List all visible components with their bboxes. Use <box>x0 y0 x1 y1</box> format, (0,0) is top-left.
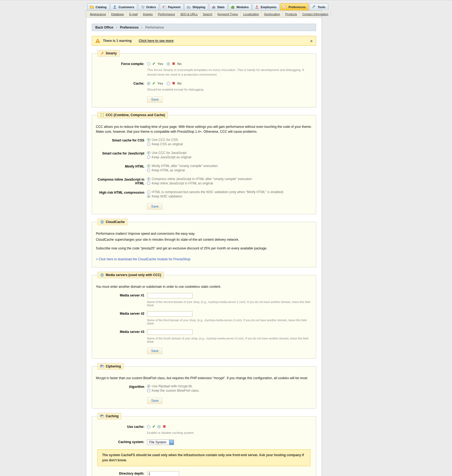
keep-html-label[interactable]: Keep HTML as original <box>152 168 185 172</box>
compress-inline-js-radio[interactable] <box>147 177 150 181</box>
rijndael-radio[interactable] <box>147 385 150 388</box>
media-server-2-row: Media server #2 Name of the third domain… <box>95 311 313 325</box>
media-server-2-input[interactable] <box>147 311 193 317</box>
subnav-item-products[interactable]: Products <box>283 11 300 17</box>
caching-system-value: File System <box>147 440 169 445</box>
smarty-cache-yes-radio[interactable] <box>147 82 150 85</box>
ccc-row-minify-label: Minify HTML <box>95 164 144 173</box>
css-use-ccc-label[interactable]: Use CCC for CSS. <box>152 138 179 142</box>
use-cache-hint: Enable or disable caching system <box>147 431 313 435</box>
keep-inline-js-label[interactable]: Keep inline JavaScript in HTML as origin… <box>152 181 213 185</box>
js-use-ccc-label[interactable]: Use CCC for JavaScript. <box>152 151 187 155</box>
ciphering-save-button[interactable]: Save <box>147 397 163 404</box>
wrench-icon <box>100 51 104 55</box>
keep-w3c-radio[interactable] <box>147 195 150 198</box>
subnav-item-search[interactable]: Search <box>200 11 215 17</box>
subnav-item-performance[interactable]: Performance <box>155 11 178 17</box>
cloudcache-section-title: CloudCache <box>97 219 127 225</box>
subnav-item-localization[interactable]: Localization <box>241 11 262 17</box>
cloudcache-line-1: Performance matters! Improve speed and c… <box>96 231 313 236</box>
media-servers-intro: You must enter another domain or subdoma… <box>96 284 313 289</box>
tab-tools[interactable]: Tools <box>309 3 328 10</box>
force-compile-yes-label[interactable]: Yes <box>157 62 163 66</box>
blowfish-radio[interactable] <box>147 389 150 392</box>
media-server-1-input[interactable] <box>147 293 193 298</box>
algorithm-label: Algorithm <box>95 384 144 393</box>
minify-html-radio[interactable] <box>147 164 150 168</box>
smarty-save-button[interactable]: Save <box>147 96 163 103</box>
rijndael-label[interactable]: Use Rijndael with mcrypt lib. <box>152 384 193 388</box>
subnav-item-keyword-typos[interactable]: Keyword Typos <box>215 11 241 17</box>
warning-message: There is 1 warning <box>103 39 132 43</box>
js-keep-original-label[interactable]: Keep JavaScript as original <box>152 155 191 159</box>
compress-inline-js-label[interactable]: Compress inline JavaScript in HTML after… <box>152 177 252 181</box>
warning-bar: There is 1 warning Click here to see mor… <box>92 36 316 46</box>
tab-label: Payment <box>168 5 181 9</box>
css-use-ccc-radio[interactable] <box>147 138 150 141</box>
tab-employees[interactable]: Employees <box>252 3 279 10</box>
tab-shipping[interactable]: Shipping <box>184 3 208 10</box>
media-server-1-row: Media server #1 Name of the second domai… <box>95 293 313 307</box>
ccc-section: CCC (Combine, Compress and Cache) CCC al… <box>92 112 316 214</box>
subnav-item-database[interactable]: Database <box>109 11 127 17</box>
media-servers-save-button[interactable]: Save <box>147 348 163 354</box>
smarty-cache-yes-label[interactable]: Yes <box>157 82 163 85</box>
breadcrumb-performance: Performance <box>145 26 164 29</box>
ccc-save-button[interactable]: Save <box>147 203 163 210</box>
subnav-item-images[interactable]: Images <box>141 11 155 17</box>
media-server-3-label: Media server #3 <box>95 329 144 343</box>
subnav-item-seo-urls[interactable]: SEO & URLs <box>178 11 200 17</box>
subnav-item-geolocation[interactable]: Geolocation <box>262 11 283 17</box>
tab-label: Catalog <box>96 5 106 9</box>
subnav-item-contact-information[interactable]: Contact Information <box>300 11 331 17</box>
media-server-3-input[interactable] <box>147 329 193 335</box>
warning-see-more-link[interactable]: Click here to see more <box>139 39 173 43</box>
close-icon[interactable]: × <box>310 39 313 43</box>
tab-catalog[interactable]: Catalog <box>87 3 109 10</box>
cloudcache-download-link[interactable]: > Click here to download the CloudCache … <box>96 257 190 261</box>
caching-system-row: Caching system: File System ▼ <box>95 440 313 445</box>
minify-html-label[interactable]: Minify HTML after "smarty compile" execu… <box>152 164 218 168</box>
tab-preferences[interactable]: Preferences <box>280 3 309 10</box>
subnav-item-appearance[interactable]: Appearance <box>87 11 109 17</box>
keep-inline-js-radio[interactable] <box>147 182 150 185</box>
directory-depth-input[interactable] <box>147 471 179 476</box>
force-compile-yes-radio[interactable] <box>147 62 150 66</box>
breadcrumb-back-office[interactable]: Back Office <box>95 26 113 29</box>
js-use-ccc-radio[interactable] <box>147 151 150 154</box>
tab-modules[interactable]: Modules <box>228 3 252 10</box>
subnav-item-email[interactable]: E-mail <box>127 11 140 17</box>
css-keep-original-radio[interactable] <box>147 143 150 146</box>
tab-orders[interactable]: Orders <box>138 3 159 10</box>
tab-label: Stats <box>217 5 225 9</box>
breadcrumb-preferences[interactable]: Preferences <box>120 26 139 29</box>
tab-customers[interactable]: Customers <box>110 3 137 10</box>
tab-stats[interactable]: Stats <box>209 3 228 10</box>
smarty-cache-no-label[interactable]: No <box>177 82 182 85</box>
warning-triangle-icon <box>95 38 100 43</box>
use-cache-yes-radio[interactable] <box>147 425 150 428</box>
blowfish-label[interactable]: Keep the custom BlowFish class. <box>152 389 200 392</box>
chevron-right-icon: › <box>141 25 142 29</box>
tab-payment[interactable]: Payment <box>160 3 184 10</box>
caching-system-select[interactable]: File System ▼ <box>147 440 174 445</box>
js-keep-original-radio[interactable] <box>147 156 150 159</box>
html-compressed-radio[interactable] <box>147 190 150 194</box>
cloudcache-section: CloudCache Performance matters! Improve … <box>92 219 316 267</box>
smarty-section-title: Smarty <box>97 50 120 57</box>
css-keep-original-label[interactable]: Keep CSS as original <box>152 142 183 146</box>
use-cache-no-radio[interactable] <box>157 425 161 428</box>
window-icon <box>100 364 104 368</box>
caching-system-label: Caching system: <box>95 440 144 445</box>
breadcrumb: Back Office › Preferences › Performance <box>92 24 316 31</box>
keep-html-radio[interactable] <box>147 169 150 172</box>
globe-icon <box>100 273 104 277</box>
html-compressed-label[interactable]: HTML is compressed but cancels the W3C v… <box>152 190 283 194</box>
media-server-2-hint: Name of the third domain of your shop, (… <box>147 319 313 325</box>
ciphering-intro: Mcrypt is faster than our custom BlowFis… <box>96 376 313 381</box>
force-compile-no-label[interactable]: No <box>177 62 182 66</box>
force-compile-no-radio[interactable] <box>167 62 170 66</box>
keep-w3c-label[interactable]: Keep W3C validation <box>152 194 182 198</box>
smarty-cache-no-radio[interactable] <box>167 82 170 85</box>
ccc-row-high-risk-label: High risk HTML compression <box>95 190 144 199</box>
